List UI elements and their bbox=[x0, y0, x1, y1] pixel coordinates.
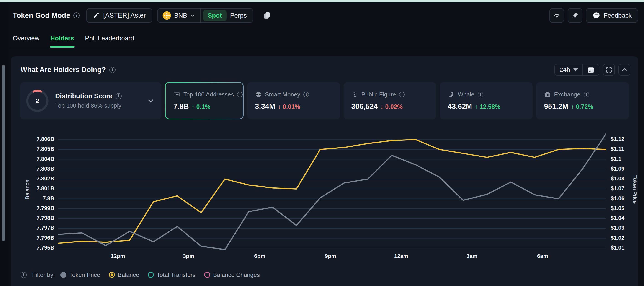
chain-label: BNB bbox=[174, 12, 187, 19]
right-axis-tick: $1.01 bbox=[611, 244, 640, 251]
feedback-button[interactable]: Feedback bbox=[586, 8, 638, 23]
holders-card-title: What Are Holders Doing? bbox=[20, 66, 106, 74]
metric-change: ↑ 12.58% bbox=[475, 103, 500, 110]
info-icon[interactable]: i bbox=[116, 93, 122, 99]
distribution-score-title: Distribution Score bbox=[55, 92, 112, 100]
app-root: Token God Mode i [ASTER] Aster BNB Spot … bbox=[0, 0, 644, 286]
metric-label-row: Public Figurei bbox=[352, 91, 429, 98]
left-axis-tick: 7.798B bbox=[24, 215, 54, 221]
info-icon[interactable]: i bbox=[110, 67, 116, 73]
metric-card-exchange[interactable]: Exchangei951.2M↑ 0.72% bbox=[536, 82, 629, 119]
scrollbar-thumb[interactable] bbox=[2, 65, 5, 241]
metric-label: Public Figure bbox=[362, 91, 396, 98]
topbar: Token God Mode i [ASTER] Aster BNB Spot … bbox=[9, 2, 644, 29]
metric-change: ↑ 0.72% bbox=[571, 103, 594, 110]
distribution-score-ring: 2 bbox=[26, 89, 49, 113]
caret-down-icon bbox=[573, 68, 578, 71]
chevron-down-icon[interactable] bbox=[147, 97, 154, 105]
bnb-coin-icon bbox=[162, 11, 171, 20]
info-icon[interactable]: i bbox=[478, 92, 483, 97]
filter-option-token-price[interactable]: Token Price bbox=[60, 271, 100, 278]
legend-label: Balance bbox=[118, 271, 139, 278]
x-axis-tick: 12am bbox=[385, 253, 417, 259]
divider bbox=[200, 9, 201, 22]
filter-by-label: Filter by: bbox=[32, 271, 55, 278]
token-pill-label: [ASTER] Aster bbox=[103, 12, 146, 19]
metric-value-row: 951.2M↑ 0.72% bbox=[544, 102, 621, 111]
chain-select[interactable]: BNB bbox=[158, 9, 200, 22]
whale-icon bbox=[448, 91, 454, 98]
right-axis-tick: $1.02 bbox=[611, 235, 640, 241]
right-axis-tick: $1.12 bbox=[611, 136, 640, 142]
left-axis-tick: 7.806B bbox=[24, 136, 54, 142]
watch-button[interactable] bbox=[550, 8, 564, 23]
copy-icon[interactable] bbox=[263, 11, 272, 20]
left-axis-tick: 7.801B bbox=[24, 185, 54, 192]
right-axis-tick: $1.1 bbox=[611, 156, 640, 162]
distribution-score-card[interactable]: 2 Distribution Score i Top 100 hold 86% … bbox=[20, 82, 161, 119]
filter-option-balance[interactable]: Balance bbox=[109, 271, 139, 278]
metric-value: 43.62M bbox=[448, 102, 472, 111]
metric-change: ↑ 0.1% bbox=[192, 103, 210, 110]
info-icon[interactable]: i bbox=[399, 92, 405, 97]
token-select-pill[interactable]: [ASTER] Aster bbox=[86, 8, 152, 23]
tab-pnl-leaderboard[interactable]: PnL Leaderboard bbox=[85, 29, 134, 48]
right-axis-tick: $1.09 bbox=[611, 166, 640, 172]
timeframe-group: 24h bbox=[554, 64, 599, 76]
balance-line bbox=[58, 140, 606, 243]
legend-marker-icon bbox=[148, 272, 154, 278]
filter-option-balance-changes[interactable]: Balance Changes bbox=[204, 271, 260, 278]
chevron-down-icon bbox=[190, 13, 196, 19]
info-icon[interactable]: i bbox=[237, 92, 243, 97]
pin-button[interactable] bbox=[568, 8, 582, 23]
left-axis-tick: 7.799B bbox=[24, 205, 54, 211]
left-axis-tick: 7.803B bbox=[24, 166, 54, 172]
metric-value-row: 7.8B↑ 0.1% bbox=[174, 102, 235, 111]
legend-marker-icon bbox=[109, 272, 115, 278]
info-icon[interactable]: i bbox=[20, 272, 27, 278]
x-axis-tick: 3pm bbox=[172, 253, 204, 259]
distribution-score-subtitle: Top 100 hold 86% supply bbox=[55, 102, 122, 109]
tab-overview[interactable]: Overview bbox=[13, 29, 40, 48]
legend-label: Token Price bbox=[69, 271, 100, 278]
chart-plot[interactable] bbox=[58, 128, 606, 251]
metric-label: Smart Money bbox=[265, 91, 300, 98]
distribution-score-text: Distribution Score i Top 100 hold 86% su… bbox=[55, 92, 122, 109]
info-icon[interactable]: i bbox=[303, 92, 309, 97]
page-tabs: Overview Holders PnL Leaderboard bbox=[9, 29, 644, 48]
holder-stats-row: 2 Distribution Score i Top 100 hold 86% … bbox=[20, 82, 629, 119]
info-icon[interactable]: i bbox=[74, 12, 80, 19]
right-axis-tick: $1.08 bbox=[611, 175, 640, 182]
token-price-line bbox=[58, 134, 606, 250]
metric-card-whale[interactable]: Whalei43.62M↑ 12.58% bbox=[440, 82, 532, 119]
timeframe-value: 24h bbox=[560, 66, 570, 73]
tab-holders[interactable]: Holders bbox=[50, 29, 74, 48]
collapse-button[interactable] bbox=[618, 64, 630, 76]
left-axis-tick: 7.795B bbox=[24, 244, 54, 251]
spot-tab[interactable]: Spot bbox=[203, 10, 226, 21]
metric-card-smart-money[interactable]: Smart Moneyi3.34M↓ 0.01% bbox=[247, 82, 340, 119]
metric-value: 951.2M bbox=[544, 102, 568, 111]
page-title: Token God Mode bbox=[13, 12, 70, 20]
right-axis-tick: $1.04 bbox=[611, 215, 640, 221]
fullscreen-icon bbox=[605, 66, 612, 73]
perps-tab[interactable]: Perps bbox=[228, 12, 253, 19]
fullscreen-button[interactable] bbox=[603, 64, 615, 76]
metric-value-row: 43.62M↑ 12.58% bbox=[448, 102, 525, 111]
legend-label: Balance Changes bbox=[213, 271, 260, 278]
pin-icon bbox=[571, 12, 579, 20]
metric-card-top-100-addresses[interactable]: Top 100 Addressesi7.8B↑ 0.1% bbox=[166, 83, 243, 119]
metric-label: Whale bbox=[458, 91, 474, 98]
metric-label-row: Whalei bbox=[448, 91, 525, 98]
sunglasses-icon bbox=[255, 91, 262, 98]
feedback-label: Feedback bbox=[604, 12, 632, 19]
calendar-button[interactable] bbox=[583, 64, 599, 75]
timeframe-select[interactable]: 24h bbox=[555, 64, 582, 75]
x-axis-tick: 6pm bbox=[244, 253, 276, 259]
bank-icon bbox=[544, 91, 551, 98]
right-axis-tick: $1.07 bbox=[611, 185, 640, 192]
chart-filter-row: i Filter by: Token PriceBalanceTotal Tra… bbox=[20, 269, 260, 281]
metric-card-public-figure[interactable]: Public Figurei306,524↓ 0.02% bbox=[344, 82, 436, 119]
filter-option-total-transfers[interactable]: Total Transfers bbox=[148, 271, 196, 278]
info-icon[interactable]: i bbox=[584, 92, 589, 97]
